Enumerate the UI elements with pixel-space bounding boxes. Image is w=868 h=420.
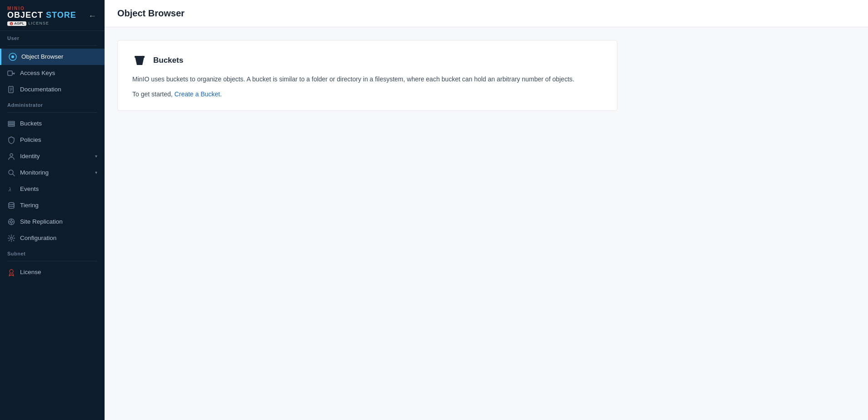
gear-icon — [7, 234, 15, 242]
sidebar-item-site-replication[interactable]: Site Replication — [0, 214, 105, 230]
sidebar-item-events[interactable]: λ Events — [0, 181, 105, 197]
main-content: Object Browser Buckets MinIO uses bucket… — [105, 0, 868, 420]
sidebar-item-documentation[interactable]: Documentation — [0, 81, 105, 98]
topbar: Object Browser — [105, 0, 868, 27]
svg-rect-29 — [135, 56, 145, 58]
sidebar-item-label: Documentation — [20, 86, 61, 93]
brand-object-store: OBJECT STORE — [7, 11, 76, 20]
section-label-user: User — [0, 31, 105, 43]
sidebar-item-label: Site Replication — [20, 218, 63, 225]
license-badge: A AGPL — [7, 21, 26, 26]
chevron-down-icon: ▾ — [95, 170, 97, 175]
svg-rect-4 — [8, 71, 12, 75]
content-area: Buckets MinIO uses buckets to organize o… — [105, 27, 868, 420]
brand-license-badge: A AGPL LICENSE — [7, 21, 76, 26]
sidebar-item-label: Access Keys — [20, 70, 55, 76]
svg-point-27 — [10, 270, 13, 273]
sidebar-section-subnet: Subnet License — [0, 246, 105, 280]
sidebar-item-label: License — [20, 269, 41, 275]
bucket-icon — [132, 53, 147, 68]
doc-icon — [7, 85, 15, 94]
brand-logo: MINIO OBJECT STORE A AGPL LICENSE — [7, 6, 76, 26]
svg-point-26 — [10, 237, 13, 239]
grid-circle-icon — [9, 53, 17, 61]
svg-point-19 — [9, 202, 14, 205]
sidebar-item-access-keys[interactable]: Access Keys — [0, 65, 105, 81]
sidebar-item-label: Object Browser — [21, 53, 63, 60]
sidebar-item-monitoring[interactable]: Monitoring ▾ — [0, 165, 105, 181]
info-card-header: Buckets — [132, 53, 602, 68]
section-label-subnet: Subnet — [0, 246, 105, 258]
shield-icon — [7, 136, 15, 144]
info-card-description: MinIO uses buckets to organize objects. … — [132, 74, 602, 84]
sidebar-item-license[interactable]: License — [0, 264, 105, 280]
svg-point-15 — [10, 154, 13, 156]
divider — [7, 112, 97, 113]
sidebar-item-identity[interactable]: Identity ▾ — [0, 148, 105, 165]
lambda-icon: λ — [7, 185, 15, 193]
svg-line-17 — [13, 174, 15, 176]
sidebar-header: MINIO OBJECT STORE A AGPL LICENSE ← — [0, 0, 105, 31]
svg-rect-13 — [8, 123, 15, 125]
sidebar-item-label: Monitoring — [20, 169, 49, 176]
sidebar-item-label: Configuration — [20, 235, 56, 241]
divider — [7, 261, 97, 261]
stack-icon — [7, 201, 15, 210]
ribbon-icon — [7, 268, 15, 276]
sidebar: MINIO OBJECT STORE A AGPL LICENSE ← User — [0, 0, 105, 420]
sidebar-item-configuration[interactable]: Configuration — [0, 230, 105, 246]
svg-point-21 — [10, 220, 13, 223]
section-label-administrator: Administrator — [0, 98, 105, 110]
layers-icon — [7, 120, 15, 128]
sidebar-item-label: Events — [20, 185, 39, 192]
sidebar-item-label: Buckets — [20, 120, 42, 127]
sidebar-item-buckets[interactable]: Buckets — [0, 115, 105, 132]
divider — [7, 45, 97, 46]
svg-point-3 — [11, 55, 14, 58]
person-icon — [7, 152, 15, 160]
info-card-title: Buckets — [153, 56, 183, 65]
svg-text:λ: λ — [8, 186, 11, 193]
sync-icon — [7, 218, 15, 226]
collapse-sidebar-button[interactable]: ← — [87, 11, 97, 21]
search-icon — [7, 169, 15, 177]
create-bucket-link[interactable]: Create a Bucket. — [175, 90, 222, 98]
buckets-info-card: Buckets MinIO uses buckets to organize o… — [117, 40, 617, 111]
sidebar-item-label: Identity — [20, 153, 40, 160]
sidebar-section-administrator: Administrator Buckets Policies — [0, 98, 105, 246]
svg-rect-14 — [8, 125, 15, 126]
svg-point-16 — [9, 170, 13, 175]
svg-rect-12 — [8, 121, 15, 123]
svg-text:A: A — [11, 23, 12, 25]
license-text: LICENSE — [28, 21, 49, 25]
svg-marker-28 — [135, 57, 144, 65]
page-title: Object Browser — [117, 8, 185, 19]
sidebar-item-policies[interactable]: Policies — [0, 132, 105, 148]
sidebar-section-user: User Object Browser Access — [0, 31, 105, 98]
sidebar-item-object-browser[interactable]: Object Browser — [0, 49, 105, 65]
chevron-down-icon: ▾ — [95, 154, 97, 159]
sidebar-item-tiering[interactable]: Tiering — [0, 197, 105, 214]
key-icon — [7, 69, 15, 77]
sidebar-item-label: Policies — [20, 136, 41, 143]
info-card-action: To get started, Create a Bucket. — [132, 90, 602, 98]
sidebar-item-label: Tiering — [20, 202, 39, 209]
